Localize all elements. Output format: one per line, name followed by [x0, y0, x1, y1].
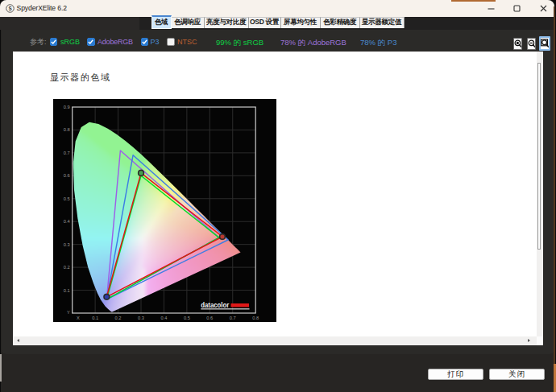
- tab-label: 亮度与对比度: [206, 18, 246, 27]
- minimize-icon: [488, 5, 495, 12]
- tab-tone-response[interactable]: 色调响应: [172, 17, 205, 28]
- svg-text:datacolor: datacolor: [201, 301, 229, 309]
- zoom-out-icon: [528, 39, 536, 48]
- coverage-srgb: 99% 的 sRGB: [216, 38, 263, 47]
- tab-label: OSD 设置: [250, 18, 279, 27]
- checkbox-p3[interactable]: [141, 38, 149, 46]
- tab-strip-left: [0, 17, 139, 30]
- svg-text:0.8: 0.8: [252, 316, 259, 320]
- close-icon: [540, 5, 547, 12]
- application-window: S SpyderXElite 6.2 色域 色调响应 亮度与对比度 OSD 设置…: [0, 0, 556, 392]
- tab-label: 显示器额定值: [362, 18, 401, 27]
- zoom-in-icon: [514, 39, 522, 48]
- checkbox-srgb-label: sRGB: [60, 38, 80, 47]
- tab-label: 色域: [155, 18, 168, 27]
- svg-text:0.3: 0.3: [64, 242, 70, 247]
- tab-label: 屏幕均匀性: [284, 18, 317, 27]
- check-icon: [142, 39, 147, 44]
- svg-text:0.5: 0.5: [184, 316, 190, 320]
- scroll-right-arrow-icon[interactable]: [528, 339, 530, 342]
- tab-brightness-contrast[interactable]: 亮度与对比度: [205, 17, 249, 28]
- tab-color-accuracy[interactable]: 色彩精确度: [321, 17, 360, 28]
- tab-screen-uniformity[interactable]: 屏幕均匀性: [281, 17, 321, 28]
- chart-title: 显示器的色域: [50, 72, 111, 83]
- horizontal-scrollbar[interactable]: [13, 336, 537, 345]
- window-title: SpyderXElite 6.2: [17, 2, 67, 14]
- close-dialog-button[interactable]: 关闭: [489, 369, 545, 380]
- tab-display-rating[interactable]: 显示器额定值: [360, 17, 405, 28]
- svg-text:0.7: 0.7: [64, 151, 70, 155]
- svg-text:0.4: 0.4: [160, 316, 167, 320]
- vertical-scrollbar[interactable]: [537, 52, 544, 336]
- checkbox-adobergb[interactable]: [87, 38, 95, 46]
- print-button[interactable]: 打印: [428, 369, 483, 380]
- minimize-button[interactable]: [479, 0, 503, 17]
- check-icon: [51, 39, 56, 44]
- zoom-fit-button[interactable]: [539, 36, 551, 51]
- svg-text:0.1: 0.1: [92, 316, 98, 320]
- maximize-icon: [513, 5, 521, 12]
- checkbox-ntsc[interactable]: [167, 38, 175, 46]
- svg-text:0.8: 0.8: [64, 127, 70, 132]
- coverage-adobergb: 78% 的 AdobeRGB: [280, 38, 346, 47]
- svg-text:0.6: 0.6: [64, 173, 70, 178]
- checkbox-ntsc-label: NTSC: [177, 38, 197, 47]
- svg-text:0.4: 0.4: [64, 219, 70, 224]
- scroll-left-arrow-icon[interactable]: [17, 339, 19, 342]
- svg-text:0.9: 0.9: [64, 105, 70, 109]
- tab-label: 色彩精确度: [323, 18, 356, 27]
- app-logo-icon: S: [6, 4, 15, 13]
- zoom-fit-icon: [541, 39, 550, 48]
- zoom-in-button[interactable]: [513, 38, 523, 50]
- title-bar: S SpyderXElite 6.2: [0, 0, 554, 17]
- svg-text:0.2: 0.2: [64, 265, 70, 270]
- scrollbar-corner: [537, 336, 544, 345]
- svg-text:0.6: 0.6: [206, 316, 213, 320]
- check-icon: [88, 39, 93, 44]
- checkbox-adobergb-label: AdobeRGB: [98, 38, 133, 47]
- zoom-out-button[interactable]: [527, 38, 537, 50]
- svg-text:0.7: 0.7: [230, 316, 236, 320]
- svg-text:0.5: 0.5: [64, 196, 70, 201]
- svg-text:S: S: [8, 5, 11, 10]
- tab-gamut[interactable]: 色域: [151, 15, 172, 29]
- svg-text:0.2: 0.2: [115, 316, 122, 320]
- svg-text:0.1: 0.1: [64, 288, 70, 293]
- tab-osd-settings[interactable]: OSD 设置: [249, 17, 281, 28]
- close-button[interactable]: [531, 0, 555, 17]
- svg-text:0.3: 0.3: [138, 316, 144, 320]
- checkbox-p3-label: P3: [151, 38, 160, 47]
- checkbox-srgb[interactable]: [50, 38, 58, 46]
- maximize-button[interactable]: [504, 0, 529, 17]
- vertical-scrollbar-thumb[interactable]: [537, 63, 541, 250]
- svg-text:X: X: [77, 316, 80, 320]
- gamut-chart: 0.10.20.30.40.50.60.70.80.10.20.30.40.50…: [53, 99, 276, 322]
- tab-bar: 色域 色调响应 亮度与对比度 OSD 设置 屏幕均匀性 色彩精确度 显示器额定值: [151, 15, 405, 29]
- tab-label: 色调响应: [174, 18, 201, 27]
- reference-label: 参考:: [30, 38, 47, 47]
- svg-text:Y: Y: [67, 310, 70, 315]
- coverage-p3: 78% 的 P3: [360, 38, 396, 47]
